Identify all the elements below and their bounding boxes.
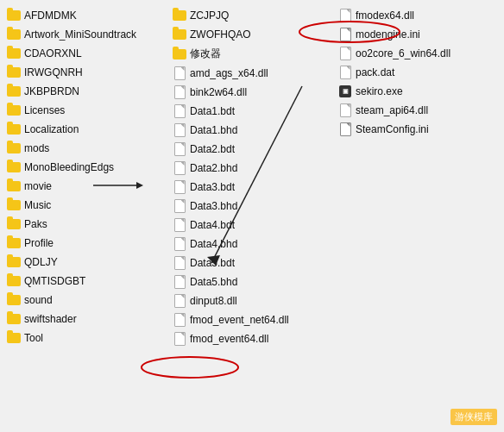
folder-item[interactable]: QMTISDGBT (3, 272, 169, 290)
file-item[interactable]: Data3.bdt (169, 178, 335, 196)
file-label: mods (24, 142, 49, 154)
file-icon (174, 180, 186, 194)
file-label: IRWGQNRH (24, 66, 83, 78)
file-item[interactable]: bink2w64.dll (169, 84, 335, 101)
file-item[interactable]: Data4.bdt (169, 216, 335, 234)
folder-item[interactable]: CDAORXNL (3, 45, 169, 62)
file-icon (174, 142, 186, 156)
folder-item[interactable]: swiftshader (3, 310, 169, 328)
folder-icon (7, 48, 21, 59)
folder-item[interactable]: ZCJPJQ (169, 7, 335, 24)
file-label: Data5.bdt (190, 257, 235, 269)
file-label: Artwork_MiniSoundtrack (24, 28, 136, 41)
file-item[interactable]: pack.dat (335, 64, 501, 81)
file-item[interactable]: dinput8.dll (169, 292, 335, 310)
file-item[interactable]: steam_api64.dll (335, 102, 501, 119)
file-item[interactable]: Data5.bdt (169, 254, 335, 272)
folder-icon (7, 10, 21, 21)
file-icon (174, 85, 186, 99)
file-label: Profile (24, 237, 54, 249)
column-2: ZCJPJQZWOFHQAO修改器amd_ags_x64.dllbink2w64… (169, 7, 335, 347)
file-icon (340, 103, 351, 117)
folder-item[interactable]: Artwork_MiniSoundtrack (3, 26, 169, 43)
folder-item[interactable]: IRWGQNRH (3, 64, 169, 81)
folder-icon (7, 86, 21, 97)
file-label: ZCJPJQ (190, 9, 229, 22)
folder-icon (7, 143, 21, 153)
file-label: oo2core_6_win64.dll (356, 47, 450, 59)
folder-item[interactable]: movie (3, 178, 169, 195)
file-item[interactable]: ▣sekiro.exe (335, 83, 501, 100)
file-item[interactable]: fmod_event64.dll (169, 330, 335, 347)
folder-icon (7, 162, 21, 172)
folder-icon (7, 238, 21, 248)
folder-icon (7, 200, 21, 210)
folder-item[interactable]: MonoBleedingEdgs (3, 159, 169, 176)
folder-icon (7, 181, 21, 191)
file-item[interactable]: Data1.bhd (169, 122, 335, 139)
file-item[interactable]: Data3.bhd (169, 197, 335, 215)
file-item[interactable]: Data4.bhd (169, 235, 335, 253)
file-icon (340, 66, 351, 79)
file-label: Data1.bdt (190, 105, 235, 117)
file-label: bink2w64.dll (190, 86, 247, 98)
file-icon (340, 9, 351, 22)
file-label: Data3.bdt (190, 181, 235, 193)
folder-icon (7, 257, 21, 267)
folder-icon (7, 333, 21, 343)
file-icon (174, 66, 186, 80)
folder-item[interactable]: Profile (3, 235, 169, 252)
folder-item[interactable]: JKBPBRDN (3, 83, 169, 100)
file-label: ZWOFHQAO (190, 28, 251, 41)
file-label: Localization (24, 123, 79, 135)
folder-item[interactable]: mods (3, 140, 169, 157)
file-label: Music (24, 199, 51, 211)
svg-point-1 (142, 357, 238, 378)
folder-item[interactable]: Tool (3, 329, 169, 347)
file-list: AFDMDMKArtwork_MiniSoundtrackCDAORXNLIRW… (0, 0, 504, 354)
file-icon (174, 123, 186, 137)
file-label: modengine.ini (356, 28, 420, 41)
file-item[interactable]: Data5.bhd (169, 273, 335, 291)
file-label: Paks (24, 218, 47, 230)
file-label: 修改器 (190, 47, 221, 61)
file-item[interactable]: oo2core_6_win64.dll (335, 45, 501, 62)
folder-icon (7, 124, 21, 135)
folder-item[interactable]: QDLJY (3, 254, 169, 271)
folder-item[interactable]: 修改器 (169, 45, 335, 63)
folder-icon (7, 105, 21, 116)
folder-item[interactable]: ZWOFHQAO (169, 26, 335, 43)
file-label: sekiro.exe (356, 85, 403, 97)
file-icon (174, 294, 186, 308)
file-item[interactable]: SteamConfig.ini (335, 121, 501, 138)
file-item[interactable]: fmod_event_net64.dll (169, 311, 335, 329)
file-label: SteamConfig.ini (356, 123, 429, 135)
folder-icon (7, 295, 21, 305)
folder-icon (173, 10, 186, 21)
folder-icon (7, 219, 21, 229)
file-label: movie (24, 180, 52, 192)
file-label: Data5.bhd (190, 276, 237, 288)
folder-icon (7, 314, 21, 324)
file-icon (174, 104, 186, 118)
file-item[interactable]: amd_ags_x64.dll (169, 65, 335, 82)
file-item[interactable]: modengine.ini (335, 26, 501, 43)
file-item[interactable]: Data1.bdt (169, 103, 335, 120)
file-label: AFDMDMK (24, 9, 77, 22)
folder-item[interactable]: sound (3, 291, 169, 309)
file-item[interactable]: Data2.bhd (169, 160, 335, 177)
file-label: amd_ags_x64.dll (190, 67, 268, 79)
folder-item[interactable]: Licenses (3, 102, 169, 119)
file-item[interactable]: fmodex64.dll (335, 7, 501, 24)
ini-icon (340, 122, 351, 136)
folder-item[interactable]: Music (3, 197, 169, 214)
file-label: fmod_event64.dll (190, 333, 268, 345)
folder-item[interactable]: Localization (3, 121, 169, 138)
file-icon (340, 47, 351, 60)
file-icon (174, 313, 186, 327)
folder-icon (7, 276, 21, 286)
folder-item[interactable]: Paks (3, 216, 169, 233)
file-icon (174, 275, 186, 289)
file-item[interactable]: Data2.bdt (169, 141, 335, 158)
folder-item[interactable]: AFDMDMK (3, 7, 169, 24)
